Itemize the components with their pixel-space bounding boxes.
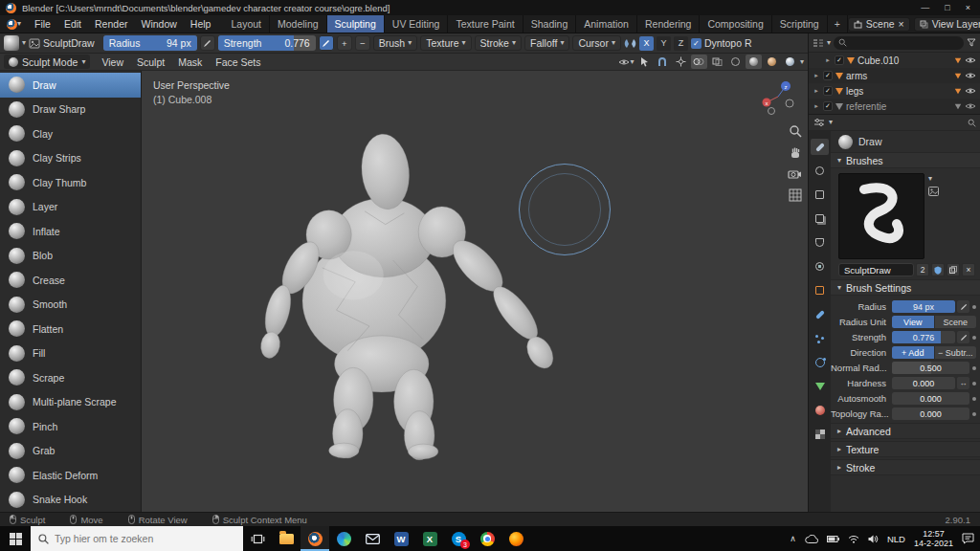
tool-clay[interactable]: Clay bbox=[0, 121, 141, 146]
dyntopo-label[interactable]: Dyntopo bbox=[704, 37, 742, 49]
panel-stroke[interactable]: ▸ Stroke bbox=[831, 459, 980, 475]
tab-modeling[interactable]: Modeling bbox=[270, 15, 327, 33]
wifi-icon[interactable] bbox=[848, 535, 859, 543]
task-view-button[interactable] bbox=[243, 526, 272, 551]
gizmo-toggle-icon[interactable] bbox=[673, 55, 689, 69]
tab-texture-icon[interactable] bbox=[811, 426, 829, 442]
cursor-popover[interactable]: Cursor▾ bbox=[572, 35, 621, 51]
brush-popover[interactable]: Brush▾ bbox=[373, 35, 417, 51]
tab-animation[interactable]: Animation bbox=[576, 15, 637, 33]
maximize-button[interactable]: □ bbox=[945, 3, 949, 12]
tab-scripting[interactable]: Scripting bbox=[772, 15, 828, 33]
tab-texture-paint[interactable]: Texture Paint bbox=[448, 15, 523, 33]
texture-popover[interactable]: Texture▾ bbox=[420, 35, 471, 51]
menu-face-sets[interactable]: Face Sets bbox=[210, 56, 266, 68]
animate-dot-icon[interactable] bbox=[972, 382, 976, 386]
hide-eye-icon[interactable] bbox=[965, 87, 976, 95]
new-brush-copy-icon[interactable] bbox=[947, 263, 960, 276]
pressure-icon[interactable] bbox=[957, 331, 969, 343]
menu-mask[interactable]: Mask bbox=[172, 56, 208, 68]
hide-eye-icon[interactable] bbox=[965, 72, 976, 79]
brush-image-icon[interactable] bbox=[928, 187, 939, 196]
menu-file[interactable]: File bbox=[28, 15, 57, 33]
brush-thumbnail[interactable] bbox=[838, 173, 924, 259]
tab-layout[interactable]: Layout bbox=[223, 15, 270, 33]
blender-menu-icon[interactable]: ▾ bbox=[0, 15, 28, 33]
outliner-item-referentie[interactable]: ▸ ✓ referentie bbox=[809, 99, 980, 114]
hide-eye-icon[interactable] bbox=[965, 56, 976, 64]
move-view-hand-icon[interactable] bbox=[789, 146, 802, 160]
radius-slider[interactable]: 94 px bbox=[892, 300, 955, 313]
brush-preview-caret-icon[interactable]: ▾ bbox=[928, 175, 939, 183]
animate-dot-icon[interactable] bbox=[972, 366, 976, 370]
properties-editor-icon[interactable] bbox=[813, 118, 825, 127]
clock[interactable]: 12:57 14-2-2021 bbox=[914, 529, 953, 548]
action-center-icon[interactable] bbox=[962, 533, 974, 544]
select-tool-icon[interactable] bbox=[636, 55, 653, 69]
tab-object-icon[interactable] bbox=[811, 282, 829, 298]
radius-slider[interactable]: Radius94 px bbox=[103, 35, 197, 51]
view-layer-selector[interactable]: View Layer × bbox=[914, 17, 980, 32]
xray-toggle-icon[interactable] bbox=[709, 55, 725, 69]
tool-elastic-deform[interactable]: Elastic Deform bbox=[0, 463, 141, 488]
animate-dot-icon[interactable] bbox=[972, 305, 976, 309]
navigation-gizmo[interactable]: z x bbox=[758, 77, 798, 117]
tool-flatten[interactable]: Flatten bbox=[0, 317, 141, 342]
strength-pressure-icon[interactable] bbox=[319, 35, 334, 51]
menu-edit[interactable]: Edit bbox=[57, 15, 88, 33]
tab-material-icon[interactable] bbox=[811, 402, 829, 418]
autosmooth-slider[interactable]: 0.000 bbox=[892, 392, 969, 405]
camera-view-icon[interactable] bbox=[788, 168, 802, 180]
menu-window[interactable]: Window bbox=[134, 15, 183, 33]
tool-crease[interactable]: Crease bbox=[0, 268, 141, 293]
tool-scrape[interactable]: Scrape bbox=[0, 365, 141, 390]
brush-name[interactable]: SculptDraw bbox=[43, 37, 95, 49]
brush-select-caret-icon[interactable]: ▾ bbox=[22, 39, 26, 47]
stroke-popover[interactable]: Stroke▾ bbox=[475, 35, 522, 51]
tool-draw[interactable]: Draw bbox=[0, 73, 141, 98]
battery-icon[interactable] bbox=[827, 536, 839, 542]
falloff-popover[interactable]: Falloff▾ bbox=[524, 35, 569, 51]
pressure-icon[interactable] bbox=[957, 300, 969, 313]
outliner-item-arms[interactable]: ▸ ✓ arms bbox=[809, 68, 980, 83]
tab-uv-editing[interactable]: UV Editing bbox=[385, 15, 449, 33]
chrome-icon[interactable] bbox=[473, 526, 501, 551]
menu-sculpt[interactable]: Sculpt bbox=[131, 56, 170, 68]
tool-grab[interactable]: Grab bbox=[0, 439, 141, 464]
tab-scene-icon[interactable] bbox=[811, 234, 829, 251]
symmetry-x-toggle[interactable]: X bbox=[639, 36, 654, 51]
tab-shading[interactable]: Shading bbox=[523, 15, 577, 33]
direction-subtract-button[interactable]: − Subtr... bbox=[935, 346, 977, 359]
shading-solid-icon[interactable] bbox=[746, 55, 762, 69]
tray-expand-icon[interactable]: ∧ bbox=[790, 534, 796, 543]
menu-render[interactable]: Render bbox=[88, 15, 134, 33]
hardness-slider[interactable]: 0.000 bbox=[892, 377, 955, 389]
filter-icon[interactable] bbox=[967, 38, 976, 47]
mail-icon[interactable] bbox=[358, 526, 387, 551]
animate-dot-icon[interactable] bbox=[972, 397, 976, 401]
panel-advanced[interactable]: ▸ Advanced bbox=[831, 423, 980, 439]
tab-output-icon[interactable] bbox=[811, 187, 829, 203]
start-button[interactable] bbox=[0, 526, 31, 551]
taskbar-search[interactable] bbox=[31, 526, 243, 551]
tool-clay-strips[interactable]: Clay Strips bbox=[0, 146, 141, 171]
animate-dot-icon[interactable] bbox=[972, 412, 976, 416]
expand-icon[interactable]: ▸ bbox=[813, 102, 820, 110]
radius-unit-scene-button[interactable]: Scene bbox=[935, 316, 977, 328]
selectability-checkbox[interactable]: ✓ bbox=[823, 86, 833, 96]
tool-clay-thumb[interactable]: Clay Thumb bbox=[0, 170, 141, 195]
symmetry-y-toggle[interactable]: Y bbox=[657, 36, 671, 51]
unlink-scene-icon[interactable]: × bbox=[899, 18, 904, 30]
overlays-toggle-icon[interactable] bbox=[691, 55, 707, 69]
outliner-search[interactable] bbox=[834, 36, 964, 50]
tab-sculpting[interactable]: Sculpting bbox=[327, 15, 385, 33]
fake-user-shield-icon[interactable] bbox=[931, 263, 945, 276]
symmetry-z-toggle[interactable]: Z bbox=[674, 36, 688, 51]
animate-dot-icon[interactable] bbox=[972, 336, 976, 340]
scene-selector[interactable]: Scene × bbox=[848, 17, 910, 32]
editor-menu-caret-icon[interactable]: ▾ bbox=[827, 39, 831, 47]
tab-physics-icon[interactable] bbox=[811, 354, 829, 370]
tab-tool-icon[interactable] bbox=[811, 139, 829, 155]
add-workspace-button[interactable]: + bbox=[828, 15, 848, 33]
dyntopo-checkbox[interactable]: ✓ bbox=[691, 38, 702, 49]
